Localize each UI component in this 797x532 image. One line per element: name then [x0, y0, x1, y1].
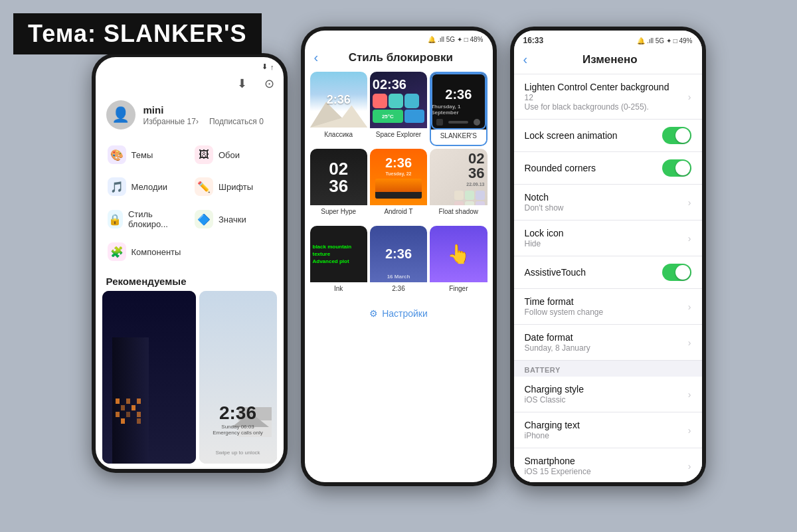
- p1-status-bar: ⬇ ↑: [96, 57, 284, 74]
- p3-row-notch[interactable]: Notch Don't show ›: [514, 185, 702, 221]
- p2-back-button[interactable]: ‹: [314, 50, 319, 65]
- fi-3: [476, 191, 485, 200]
- p3-timeformat-chevron: ›: [688, 302, 691, 312]
- p3-status-icons: 🔔 .ıll 5G ✦ □ 49%: [637, 37, 692, 44]
- phone2-frame: 🔔 .ıll 5G ✦ □ 48% ‹ Стиль блокировки: [301, 27, 497, 486]
- p3-chargingstyle-sub: iOS Classic: [525, 395, 688, 404]
- p3-timeformat-title: Time format: [525, 296, 688, 307]
- lock-animation-toggle[interactable]: [662, 127, 691, 144]
- settings-label: Настройки: [382, 308, 428, 319]
- android-content: 2:36 Tuesday, 22: [375, 155, 422, 199]
- p2-thumb-slankers: 2:36 Thursday, 1 September: [431, 73, 486, 130]
- p2-thumb-float: 99% 0236 22.09.13: [430, 149, 487, 205]
- p3-lockicon-sub: Hide: [525, 239, 688, 248]
- p2-lock-float[interactable]: 99% 0236 22.09.13: [430, 149, 487, 223]
- p3-row-lockicon[interactable]: Lock icon Hide ›: [514, 221, 702, 256]
- p2-lock-android[interactable]: 2:36 Tuesday, 22 Android T: [370, 149, 427, 223]
- p2-title: Стиль блокировки: [318, 51, 483, 64]
- p3-lighten-right: ›: [688, 92, 691, 102]
- p2-thumb-superhype: 0236: [310, 149, 367, 205]
- p2-thumb-android: 2:36 Tuesday, 22: [370, 149, 427, 205]
- p3-assistive-title: AssistiveTouch: [525, 267, 662, 278]
- p2-lock-finger[interactable]: 👆 Finger: [430, 226, 487, 300]
- space-stats: 25°C: [373, 110, 424, 123]
- slankers-label: SLANKER'S: [431, 130, 486, 141]
- p3-row-dateformat[interactable]: Date format Sunday, 8 January ›: [514, 325, 702, 361]
- p1-menu-lockstyle[interactable]: 🔒 Стиль блокиро...: [102, 203, 190, 236]
- p2-lock-ink[interactable]: black mountain texture Advanced plot Ink: [310, 226, 367, 300]
- assistive-touch-toggle[interactable]: [662, 264, 691, 281]
- p1-menu-themes[interactable]: 🎨 Темы: [102, 139, 190, 171]
- p3-lockanimation-content: Lock screen animation: [525, 130, 662, 141]
- p1-menu-components[interactable]: 🧩 Компоненты: [102, 236, 190, 268]
- p3-chargingstyle-right: ›: [688, 389, 691, 400]
- classic-label: Классика: [310, 128, 367, 139]
- p2-header: ‹ Стиль блокировки: [305, 46, 493, 72]
- rounded-corners-toggle[interactable]: [662, 159, 691, 177]
- p1-menu-wallpaper[interactable]: 🖼 Обои: [189, 139, 277, 171]
- p1-bottom-nav: 🏠 🖼 🎵 A 👤: [96, 468, 284, 469]
- p1-right-time: 2:36: [219, 402, 256, 424]
- phone3-frame: 16:33 🔔 .ıll 5G ✦ □ 49% ‹ Изменено Light…: [510, 27, 706, 486]
- p2-lock-space[interactable]: 02:36 25°C Space Explo: [370, 72, 427, 146]
- widget-3: [404, 94, 419, 108]
- p1-subscribe[interactable]: Подписаться 0: [209, 117, 264, 126]
- lock-animation-knob: [675, 128, 690, 143]
- p1-menu-ringtones[interactable]: 🎵 Мелодии: [102, 171, 190, 203]
- p2-lock-classic[interactable]: 2:36 Классика: [310, 72, 367, 146]
- lockstyle-icon: 🔒: [108, 210, 123, 228]
- p3-back-button[interactable]: ‹: [523, 52, 528, 67]
- banner-title: Тема: SLANKER'S: [28, 20, 247, 47]
- p3-dateformat-sub: Sunday, 8 January: [525, 343, 688, 353]
- phone3-screen: 16:33 🔔 .ıll 5G ✦ □ 49% ‹ Изменено Light…: [514, 31, 702, 482]
- p2-lock-grid: 2:36 Классика 02:36: [305, 72, 493, 300]
- p2-status-icons: 🔔 .ıll 5G ✦ □ 48%: [428, 36, 483, 43]
- wallpaper-icon: 🖼: [195, 145, 213, 164]
- ink-label: Ink: [310, 282, 367, 294]
- ink-line2: Advanced plot: [313, 258, 365, 265]
- p2-lock-time[interactable]: 2:36 16 March 2:36: [370, 226, 427, 300]
- p3-row-assistive[interactable]: AssistiveTouch: [514, 256, 702, 289]
- p1-menu-fonts[interactable]: ✏️ Шрифты: [189, 171, 277, 203]
- p2-lock-slankers[interactable]: 2:36 Thursday, 1 September SLANKER'S: [430, 72, 487, 146]
- p2-settings-button[interactable]: ⚙ Настройки: [305, 300, 493, 327]
- icon-2: [474, 119, 480, 126]
- p1-stats: Избранные 17› Подписаться 0: [143, 117, 264, 126]
- p3-row-lockanimation[interactable]: Lock screen animation: [514, 120, 702, 152]
- p3-row-timeformat[interactable]: Time format Follow system change ›: [514, 289, 702, 325]
- p3-rounded-content: Rounded corners: [525, 163, 662, 173]
- themes-icon: 🎨: [108, 145, 126, 164]
- p1-menu-icons[interactable]: 🔷 Значки: [189, 203, 277, 236]
- p1-right-date: Sunday 06:03Emergency calls only: [213, 424, 263, 436]
- p1-download-icon: ⬇: [262, 62, 268, 71]
- p3-row-chargingtext[interactable]: Charging text iPhone ›: [514, 412, 702, 448]
- p3-rounded-right: [662, 159, 691, 177]
- p1-thumb-dark[interactable]: 02:36: [102, 291, 196, 464]
- p3-lockanimation-right: [662, 127, 691, 144]
- p1-thumb-light[interactable]: 2:36 Sunday 06:03Emergency calls only Sw…: [199, 291, 277, 464]
- p3-row-smartphone[interactable]: Smartphone iOS 15 Experience ›: [514, 448, 702, 482]
- p3-chargingstyle-chevron: ›: [688, 389, 691, 400]
- space-widgets: 02:36 25°C: [370, 74, 427, 126]
- p3-smartphone-chevron: ›: [688, 461, 691, 472]
- p1-download-action-icon[interactable]: ⬇: [237, 76, 247, 91]
- p1-favorites[interactable]: Избранные 17›: [143, 117, 199, 126]
- slankers-content: 2:36 Thursday, 1 September: [431, 73, 486, 130]
- p3-lockicon-chevron: ›: [688, 233, 691, 244]
- p3-smartphone-right: ›: [688, 461, 691, 472]
- p3-row-chargingstyle[interactable]: Charging style iOS Classic ›: [514, 377, 702, 412]
- p3-smartphone-sub: iOS 15 Experience: [525, 467, 688, 476]
- p2-lock-superhype[interactable]: 0236 Super Hype: [310, 149, 367, 223]
- p3-lighten-sub: 12Use for black backgrounds (0-255).: [525, 93, 688, 112]
- space-label: Space Explorer: [370, 128, 427, 139]
- p3-row-lighten[interactable]: Lighten Control Center background 12Use …: [514, 74, 702, 120]
- p1-settings-icon[interactable]: ⊙: [264, 76, 274, 91]
- p3-battery-header: BATTERY: [514, 361, 702, 377]
- p3-status-bar: 16:33 🔔 .ıll 5G ✦ □ 49%: [514, 31, 702, 48]
- p3-row-rounded[interactable]: Rounded corners: [514, 152, 702, 185]
- finger-label: Finger: [430, 282, 487, 294]
- car-scene: [375, 179, 422, 199]
- stat-temp: 25°C: [373, 110, 403, 123]
- p3-lockanimation-title: Lock screen animation: [525, 130, 662, 141]
- fonts-icon: ✏️: [195, 177, 213, 196]
